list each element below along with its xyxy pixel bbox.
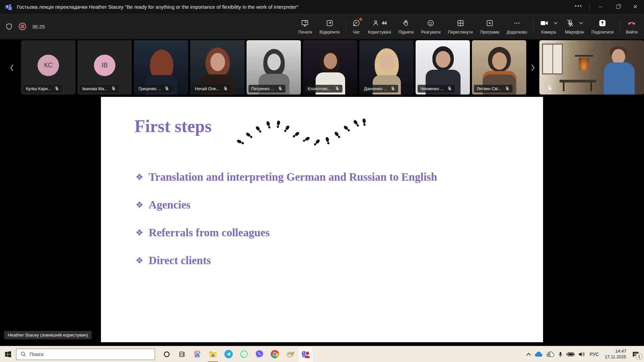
unpin-icon: [326, 19, 334, 27]
viber-button[interactable]: [252, 346, 267, 362]
mic-muted-icon: [566, 19, 575, 27]
share-screen-icon: [301, 19, 310, 27]
avatar: КС: [38, 55, 59, 76]
whatsapp-button[interactable]: [236, 346, 252, 362]
camera-button[interactable]: Камера: [536, 14, 561, 39]
battery-icon[interactable]: [566, 352, 575, 357]
teams-meeting-window: Гостьова лекція перекладачки Heather Sta…: [0, 0, 644, 362]
minimize-button[interactable]: [592, 0, 609, 14]
footprints-graphic: [235, 116, 369, 150]
participants-button[interactable]: 44 Користувачі: [364, 14, 395, 39]
participant-name: Чехменко ...: [420, 86, 444, 91]
close-button[interactable]: ✕: [627, 0, 644, 14]
participant-name: Іванова Ма...: [82, 86, 108, 91]
presentation-slide: First steps ❖Translation and interpreti: [101, 97, 543, 342]
share-up-arrow-icon: [598, 19, 607, 27]
tray-expand-chevron-icon[interactable]: [526, 352, 531, 356]
telegram-button[interactable]: [221, 346, 236, 362]
list-item: ❖Translation and interpreting German and…: [136, 170, 437, 184]
viber-icon: [255, 350, 264, 359]
slide-title: First steps: [135, 116, 212, 136]
diamond-bullet-icon: ❖: [136, 255, 143, 265]
view-button[interactable]: Переглянути: [444, 14, 477, 39]
room-window: [542, 44, 563, 74]
action-center-button[interactable]: 1: [631, 349, 641, 359]
participant-tile-speaking[interactable]: Нечай Оле...: [190, 40, 245, 95]
task-view-icon: [178, 351, 186, 358]
grid-view-icon: [457, 19, 465, 27]
more-actions-button[interactable]: Додатково: [503, 14, 531, 39]
mic-muted-icon: [447, 86, 452, 91]
apps-button[interactable]: Програми: [477, 14, 503, 39]
participant-name: Клопотовс...: [308, 86, 331, 91]
participant-tile[interactable]: ІВ Іванова Ма...: [77, 40, 132, 95]
search-placeholder: Поиск: [30, 351, 44, 357]
tray-mic-icon[interactable]: [558, 351, 563, 358]
raise-hand-button[interactable]: Підняти: [395, 14, 417, 39]
add-app-icon: [486, 19, 494, 27]
list-item: ❖Referrals from colleagues: [136, 226, 437, 240]
diamond-bullet-icon: ❖: [136, 228, 143, 238]
paint-icon: [286, 350, 295, 359]
unpin-button[interactable]: Відкріпити: [316, 14, 343, 39]
chrome-button[interactable]: [267, 346, 282, 362]
presenter-name-label: Heather Stacey (зовнішній користувач): [4, 331, 92, 339]
onedrive-icon[interactable]: [534, 351, 543, 357]
mic-muted-icon: [335, 86, 340, 91]
share-button[interactable]: Поділитися: [588, 14, 617, 39]
chat-notification-dot: [359, 18, 362, 21]
paint-button[interactable]: [282, 346, 298, 362]
participant-tile[interactable]: КС Куліш Кари...: [21, 40, 75, 95]
list-item: ❖Direct clients: [136, 253, 437, 267]
scroll-right-button[interactable]: [529, 63, 537, 72]
participant-tile[interactable]: Данченко ...: [359, 40, 414, 95]
participant-tile[interactable]: Петренко ...: [247, 40, 301, 95]
language-indicator[interactable]: РУС: [588, 352, 600, 357]
mic-muted-icon: [164, 86, 169, 91]
telegram-icon: [224, 350, 233, 359]
windows-taskbar: Поиск: [0, 346, 644, 362]
chevron-down-icon[interactable]: [579, 21, 583, 24]
teams-taskbar-button[interactable]: [298, 346, 313, 362]
search-input[interactable]: Поиск: [16, 349, 155, 360]
speaker-icon[interactable]: [578, 351, 585, 357]
participant-tile[interactable]: Клопотовс...: [303, 40, 357, 95]
teams-app-icon: [5, 3, 13, 11]
participant-tile[interactable]: Литвин Сві...: [472, 40, 526, 95]
chrome-icon: [270, 350, 279, 359]
diamond-bullet-icon: ❖: [136, 200, 143, 210]
participant-tile[interactable]: Гриценко ...: [134, 40, 188, 95]
people-icon: [372, 19, 380, 27]
shield-icon[interactable]: [5, 22, 13, 31]
hang-up-icon: [627, 19, 636, 27]
react-button[interactable]: Реагувати: [417, 14, 444, 39]
tray-date: 17.11.2025: [605, 354, 626, 360]
participant-tile[interactable]: Чехменко ...: [416, 40, 470, 95]
file-explorer-button[interactable]: [205, 346, 221, 362]
chat-button[interactable]: Чат: [348, 14, 364, 39]
cortana-button[interactable]: [159, 346, 174, 362]
participant-name: Куліш Кари...: [26, 86, 51, 91]
titlebar-separator: [589, 3, 590, 11]
start-button[interactable]: [0, 346, 16, 362]
presenter-video-tile[interactable]: [539, 40, 644, 95]
start-presenting-button[interactable]: Почати: [294, 14, 316, 39]
titlebar-more-button[interactable]: •••: [570, 0, 587, 14]
clock[interactable]: 14:47 17.11.2025: [603, 349, 628, 360]
restore-button[interactable]: [609, 0, 627, 14]
microphone-button[interactable]: Мікрофон: [561, 14, 588, 39]
leave-button[interactable]: Вийти: [622, 14, 641, 39]
scroll-left-button[interactable]: [7, 63, 16, 72]
task-view-button[interactable]: [174, 346, 190, 362]
window-title: Гостьова лекція перекладачки Heather Sta…: [17, 4, 299, 10]
mic-muted-icon: [390, 86, 395, 91]
snipping-tool-button[interactable]: [190, 346, 205, 362]
cloud-icon[interactable]: [546, 351, 555, 357]
presenter-person: [604, 62, 635, 95]
chevron-down-icon[interactable]: [553, 21, 558, 24]
mic-muted-icon: [505, 86, 510, 91]
meeting-toolbar: 35:25 Почати Відкріпити Ча: [0, 14, 644, 39]
participant-name: Литвин Сві...: [477, 86, 501, 91]
smiley-icon: [427, 19, 435, 27]
participant-name: Гриценко ...: [139, 86, 161, 91]
